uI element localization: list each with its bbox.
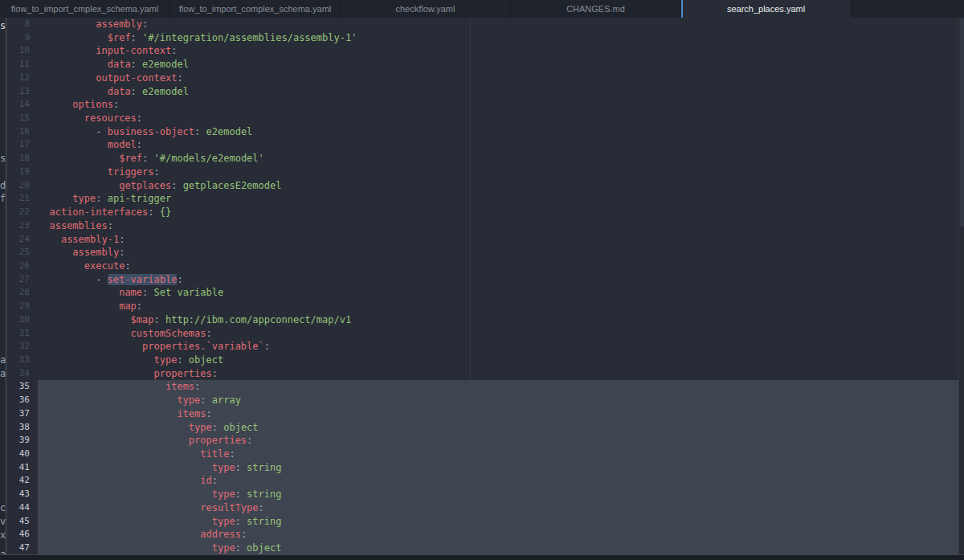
line-number[interactable]: 24 [6,233,38,247]
code-line[interactable]: 20 getplaces: getplacesE2emodel [0,179,964,193]
line-number[interactable]: 15 [6,112,38,125]
code-line[interactable]: 27 - set-variable: [0,273,964,287]
tab-flow-to-import-cmplex-schema[interactable]: flow_to_import_cmplex_schema.yaml [0,0,170,18]
code-line[interactable]: 21 type: api-trigger [0,192,964,206]
code-line[interactable]: 28 name: Set variable [0,286,964,300]
line-number[interactable]: 9 [6,31,38,45]
code-line[interactable]: 45 type: string [0,515,964,529]
code-line[interactable]: 30 $map: http://ibm.com/appconnect/map/v… [0,313,964,327]
code-token: : [171,45,177,56]
line-number[interactable]: 47 [6,542,38,554]
code-token: : [142,153,153,164]
code-line[interactable]: 18 $ref: '#/models/e2emodel' [0,152,964,166]
code-line[interactable]: 36 type: array [0,394,964,407]
code-token: : [119,247,125,258]
code-token: : [154,166,160,178]
line-number[interactable]: 18 [6,152,38,166]
line-number[interactable]: 31 [6,327,38,341]
code-line[interactable]: 41 type: string [0,461,964,475]
line-number[interactable]: 23 [6,219,38,233]
code-line[interactable]: 37 items: [0,407,964,421]
line-number[interactable]: 19 [6,166,38,179]
code-line[interactable]: 39 properties: [0,434,964,448]
line-number[interactable]: 39 [6,434,38,448]
line-number[interactable]: 41 [6,461,38,475]
code-line[interactable]: 12 output-context: [0,72,964,85]
line-number[interactable]: 32 [6,340,38,354]
code-line[interactable]: 23 assemblies: [0,219,964,233]
code-token: : [142,287,153,298]
line-number[interactable]: 37 [6,407,38,421]
code-line[interactable]: 13 data: e2emodel [0,85,964,99]
line-number[interactable]: 25 [6,246,38,260]
tab-search-places[interactable]: search_places.yaml [681,0,852,18]
code-token: object [247,542,281,554]
code-line[interactable]: 14 options: [0,98,964,112]
code-text: output-context: [38,72,964,85]
line-number[interactable]: 40 [6,448,38,461]
code-line[interactable]: 43 type: string [0,488,964,501]
code-line[interactable]: 24 assembly-1: [0,233,964,247]
code-line[interactable]: 34 properties: [0,367,964,381]
code-line[interactable]: 44 resultType: [0,501,964,515]
code-line[interactable]: 16 - business-object: e2emodel [0,125,964,139]
line-number[interactable]: 20 [6,179,38,193]
line-number[interactable]: 29 [6,300,38,313]
code-line[interactable]: 25 assembly: [0,246,964,260]
code-token: customSchemas [131,328,206,339]
line-number[interactable]: 11 [6,58,38,72]
code-line[interactable]: 11 data: e2emodel [0,58,964,72]
line-number[interactable]: 8 [6,18,38,31]
code-line[interactable]: 40 title: [0,448,964,461]
line-number[interactable]: 21 [6,192,38,206]
left-pane-edge [0,286,6,300]
line-number[interactable]: 22 [6,206,38,219]
line-number[interactable]: 33 [6,354,38,367]
line-number[interactable]: 17 [6,138,38,152]
code-line[interactable]: 33 type: object [0,354,964,367]
code-token: : [125,260,130,272]
line-number[interactable]: 13 [6,85,38,99]
code-line[interactable]: 35 items: [0,380,964,394]
code-line[interactable]: 38 type: object [0,421,964,435]
code-token: e2emodel [142,59,189,70]
code-line[interactable]: 19 triggers: [0,166,964,179]
code-line[interactable]: 8 assembly: [0,18,964,31]
code-line[interactable]: 9 $ref: '#/integration/assemblies/assemb… [0,31,964,45]
code-line[interactable]: 22 action-interfaces: {} [0,206,964,219]
code-line[interactable]: 47 type: object [0,542,964,554]
code-line[interactable]: 32 properties.`variable`: [0,340,964,354]
code-line[interactable]: 17 model: [0,138,964,152]
code-token: type [189,422,212,433]
line-number[interactable]: 46 [6,528,38,542]
code-token: type [212,542,235,554]
line-number[interactable]: 30 [6,313,38,327]
code-line[interactable]: 31 customSchemas: [0,327,964,341]
line-number[interactable]: 42 [6,474,38,488]
tab-changes-md[interactable]: CHANGES.md [511,0,681,18]
line-number[interactable]: 34 [6,367,38,381]
line-number[interactable]: 38 [6,421,38,435]
line-number[interactable]: 26 [6,260,38,273]
line-number[interactable]: 14 [6,98,38,112]
line-number[interactable]: 36 [6,394,38,407]
code-line[interactable]: 42 id: [0,474,964,488]
line-number[interactable]: 43 [6,488,38,501]
code-line[interactable]: 26 execute: [0,260,964,273]
line-number[interactable]: 16 [6,125,38,139]
tab-checkflow[interactable]: checkflow.yaml [341,0,511,18]
line-number[interactable]: 12 [6,72,38,85]
code-line[interactable]: 15 resources: [0,112,964,125]
code-line[interactable]: 46 address: [0,528,964,542]
line-number[interactable]: 44 [6,501,38,515]
line-number[interactable]: 35 [6,380,38,394]
tab-flow-to-import-complex-schema[interactable]: flow_to_import_complex_schema.yaml [170,0,341,18]
code-line[interactable]: 10 input-context: [0,44,964,58]
scrollbar-thumb[interactable] [960,18,964,227]
code-line[interactable]: 29 map: [0,300,964,313]
scrollbar-track[interactable] [958,18,964,554]
line-number[interactable]: 27 [6,273,38,287]
line-number[interactable]: 28 [6,286,38,300]
line-number[interactable]: 45 [6,515,38,529]
line-number[interactable]: 10 [6,44,38,58]
